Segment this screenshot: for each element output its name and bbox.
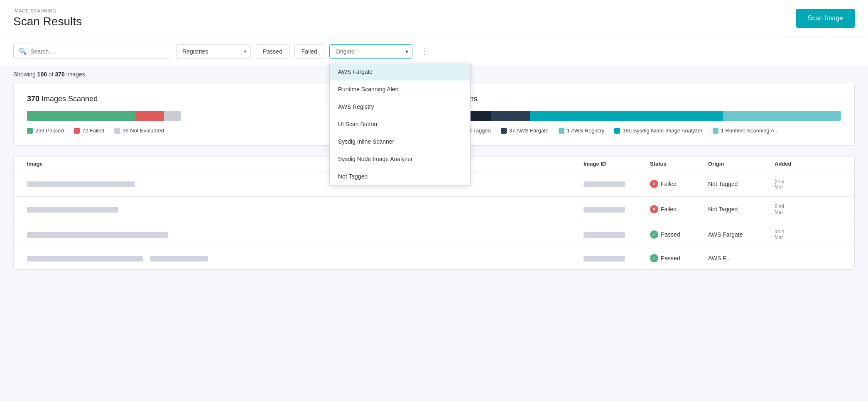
- showing-current: 100: [37, 71, 47, 78]
- bar-runtime: [723, 111, 841, 121]
- row1-image: [27, 181, 584, 187]
- row1-origin: Not Tagged: [708, 181, 775, 187]
- row2-status-badge: Failed: [650, 205, 708, 213]
- legend-aws-fargate: 37 AWS Fargate: [501, 127, 549, 134]
- row2-added-line2: Mar: [775, 209, 841, 215]
- bar-not-evaluated: [164, 111, 181, 121]
- search-icon: 🔍: [19, 47, 27, 55]
- search-input[interactable]: [30, 48, 166, 55]
- legend-aws-registry: 1 AWS Registry: [559, 127, 605, 134]
- table-row[interactable]: Passed AWS Fargate an h Mar: [14, 222, 854, 247]
- origins-option-ui-scan-button[interactable]: UI Scan Button: [330, 115, 470, 133]
- row2-failed-icon: [650, 205, 658, 213]
- legend-passed-label: 259 Passed: [35, 127, 64, 134]
- table-row[interactable]: Passed AWS F...: [14, 247, 854, 269]
- images-scanned-count: 370: [27, 95, 39, 103]
- row2-image: [27, 206, 584, 213]
- row4-image-blurred1: [27, 256, 143, 262]
- failed-filter-button[interactable]: Failed: [294, 44, 324, 59]
- row3-origin: AWS Fargate: [708, 231, 775, 238]
- row1-id: [584, 181, 650, 187]
- legend-sysdig-node-dot: [614, 128, 620, 134]
- images-scanned-bar: [27, 111, 210, 121]
- more-options-button[interactable]: ⋮: [417, 45, 432, 58]
- row3-id-blurred: [584, 232, 625, 238]
- origins-option-aws-fargate[interactable]: AWS Fargate: [330, 63, 470, 81]
- row3-added: an h Mar: [775, 229, 841, 240]
- row3-added-line1: an h: [775, 229, 841, 235]
- col-header-origin: Origin: [708, 161, 775, 167]
- page-title: Scan Results: [13, 15, 82, 28]
- bar-failed: [135, 111, 164, 121]
- legend-failed-dot: [74, 128, 80, 134]
- legend-not-evaluated-label: 39 Not Evaluated: [123, 127, 164, 134]
- bar-sysdig-node: [530, 111, 723, 121]
- row3-image: [27, 231, 584, 238]
- origins-dropdown: AWS Fargate Runtime Scanning Alert AWS R…: [329, 63, 471, 186]
- table-row[interactable]: Failed Not Tagged 6 mi Mar: [14, 197, 854, 222]
- row1-added-line1: (in p: [775, 178, 841, 184]
- row2-added-line1: 6 mi: [775, 203, 841, 209]
- registries-select[interactable]: Registries: [176, 44, 251, 59]
- row2-image-blurred: [27, 207, 118, 213]
- row1-status-badge: Failed: [650, 180, 708, 188]
- passed-filter-button[interactable]: Passed: [256, 44, 289, 59]
- legend-sysdig-node-label: 180 Sysdig Node Image Analyzer: [623, 127, 702, 134]
- search-wrapper: 🔍: [13, 44, 171, 59]
- legend-aws-registry-label: 1 AWS Registry: [567, 127, 605, 134]
- col-header-status: Status: [650, 161, 708, 167]
- registries-select-wrap: Registries ▾: [176, 44, 251, 59]
- origins-bar: [448, 111, 841, 121]
- row4-image: [27, 255, 584, 262]
- origins-option-not-tagged[interactable]: Not Tagged: [330, 168, 470, 185]
- legend-aws-fargate-label: 37 AWS Fargate: [509, 127, 549, 134]
- row4-id: [584, 255, 650, 262]
- row4-status-label: Passed: [661, 255, 680, 262]
- bar-passed: [27, 111, 135, 121]
- legend-runtime-label: 1 Runtime Scanning A...: [721, 127, 779, 134]
- origins-option-runtime-scanning[interactable]: Runtime Scanning Alert: [330, 81, 470, 98]
- row4-status-badge: Passed: [650, 254, 708, 262]
- row4-origin: AWS F...: [708, 255, 775, 262]
- origins-legend: 42 Not Tagged 37 AWS Fargate 1 AWS Regis…: [448, 127, 841, 134]
- origins-input[interactable]: [329, 44, 412, 59]
- legend-passed: 259 Passed: [27, 127, 64, 134]
- origins-title: 7 Origins: [448, 95, 841, 103]
- row2-id-blurred: [584, 207, 625, 213]
- col-header-added: Added: [775, 161, 841, 167]
- showing-suffix: images: [66, 71, 85, 78]
- legend-passed-dot: [27, 128, 33, 134]
- showing-prefix: Showing: [13, 71, 36, 78]
- scan-image-button[interactable]: Scan Image: [796, 9, 855, 28]
- row2-origin: Not Tagged: [708, 206, 775, 213]
- row1-added-line2: Mar: [775, 184, 841, 190]
- row4-image-blurred2: [150, 256, 208, 262]
- origins-option-sysdig-inline[interactable]: Sysdig Inline Scanner: [330, 133, 470, 150]
- header-title-group: IMAGE SCANNING Scan Results: [13, 8, 82, 28]
- origins-option-sysdig-node[interactable]: Sysdig Node Image Analyzer: [330, 150, 470, 168]
- row4-passed-icon: [650, 254, 658, 262]
- row1-status-label: Failed: [661, 181, 677, 187]
- row3-status: Passed: [650, 230, 708, 239]
- origins-panel: 7 Origins 42 Not Tagged 37 AWS Fargate: [434, 83, 855, 145]
- row1-added: (in p Mar: [775, 178, 841, 190]
- legend-aws-fargate-dot: [501, 128, 507, 134]
- legend-failed: 72 Failed: [74, 127, 104, 134]
- legend-sysdig-node: 180 Sysdig Node Image Analyzer: [614, 127, 702, 134]
- origins-select-wrap: ▾ AWS Fargate Runtime Scanning Alert AWS…: [329, 44, 412, 59]
- legend-runtime-scanning: 1 Runtime Scanning A...: [713, 127, 779, 134]
- row2-status: Failed: [650, 205, 708, 213]
- row3-image-blurred: [27, 232, 168, 238]
- toolbar: 🔍 Registries ▾ Passed Failed ▾ AWS Farga…: [0, 37, 868, 66]
- row2-id: [584, 206, 650, 213]
- row3-status-badge: Passed: [650, 230, 708, 239]
- row4-status: Passed: [650, 254, 708, 262]
- origins-option-aws-registry[interactable]: AWS Registry: [330, 98, 470, 115]
- section-label: IMAGE SCANNING: [13, 8, 82, 13]
- col-header-image: Image: [27, 161, 584, 167]
- row4-id-blurred: [584, 256, 625, 262]
- row1-id-blurred: [584, 181, 625, 187]
- row2-status-label: Failed: [661, 206, 677, 213]
- bar-aws-fargate: [491, 111, 530, 121]
- legend-failed-label: 72 Failed: [82, 127, 104, 134]
